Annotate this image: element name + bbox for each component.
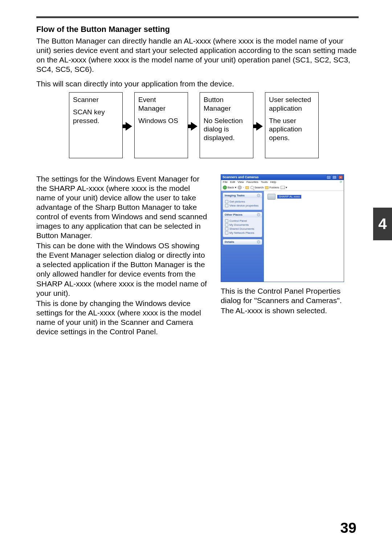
chevron-icon <box>257 194 260 197</box>
flow-diagram: Scanner SCAN key pressed. Event Manager … <box>69 92 359 165</box>
screenshot-caption: This is the Control Panel Properties dia… <box>221 286 344 305</box>
panel-item: My Documents <box>229 224 249 227</box>
menu-favorites: Favorites <box>246 181 258 184</box>
chapter-tab: 4 <box>373 208 392 240</box>
menu-file: File <box>223 181 228 184</box>
panel-item: Shared Documents <box>229 228 254 230</box>
flow-arrow-icon <box>256 122 263 131</box>
flow-arrow-icon <box>191 122 197 131</box>
folders-icon <box>265 186 269 189</box>
panel-imaging-tasks: Imaging Tasks Get pictures View device p… <box>223 193 262 210</box>
intro-paragraph-2: This will scan directly into your applic… <box>36 79 359 89</box>
section-divider <box>36 16 359 18</box>
body-paragraph: This can be done with the Windows OS sho… <box>36 241 211 298</box>
flow-box-button-manager: Button Manager No Selection dialog is di… <box>200 92 253 158</box>
place-icon <box>225 219 228 223</box>
toolbar-forward <box>238 185 242 189</box>
views-icon <box>281 186 285 189</box>
flow-box-text: Event Manager <box>138 96 166 112</box>
minimize-icon: _ <box>326 175 331 179</box>
toolbar-up <box>245 186 249 189</box>
go-icon: ⟳ <box>340 181 342 184</box>
task-icon <box>225 204 228 207</box>
panel-item: View device properties <box>229 204 258 207</box>
body-paragraph: This is done by changing the Windows dev… <box>36 299 211 336</box>
flow-box-text: Button Manager <box>204 96 231 112</box>
up-icon <box>245 186 249 189</box>
menu-edit: Edit <box>230 181 235 184</box>
flow-arrow-icon <box>126 122 132 131</box>
flow-box-user-app: User selected application The user appli… <box>265 92 319 158</box>
screenshot-scanners-and-cameras: Scanners and Cameras _ □ × File Edit Vie… <box>221 174 344 282</box>
menu-tools: Tools <box>261 181 268 184</box>
window-toolbar: Back ▾ · Search Folders ▾ <box>221 184 344 191</box>
menu-view: View <box>238 181 244 184</box>
flow-box-event-manager: Event Manager Windows OS <box>134 92 188 158</box>
flow-box-text: Scanner <box>73 96 99 103</box>
page-number: 39 <box>340 520 357 536</box>
panel-details: Details <box>223 239 262 245</box>
flow-box-text: SCAN key pressed. <box>73 108 105 125</box>
search-icon <box>250 186 254 189</box>
explorer-side-pane: Imaging Tasks Get pictures View device p… <box>221 191 264 282</box>
chevron-icon <box>257 213 260 216</box>
forward-icon <box>238 185 242 189</box>
place-icon <box>225 227 228 230</box>
toolbar-label: Search <box>254 186 264 189</box>
flow-box-text: Windows OS <box>138 117 178 125</box>
scanner-icon <box>268 194 275 200</box>
panel-title: Imaging Tasks <box>225 194 245 197</box>
panel-title: Details <box>225 241 234 244</box>
flow-box-text: No Selection dialog is displayed. <box>204 117 243 142</box>
panel-item: My Network Places <box>229 232 254 234</box>
panel-item: Control Panel <box>229 220 247 223</box>
section-heading: Flow of the Button Manager setting <box>36 25 359 34</box>
flow-box-scanner: Scanner SCAN key pressed. <box>69 92 123 158</box>
window-titlebar: Scanners and Cameras _ □ × <box>221 175 344 180</box>
device-label: SHARP AL-xxxx <box>277 195 301 199</box>
window-menubar: File Edit View Favorites Tools Help ⟳ <box>221 180 344 184</box>
maximize-icon: □ <box>332 175 337 179</box>
close-icon: × <box>338 175 343 179</box>
toolbar-back: Back ▾ <box>223 185 236 189</box>
toolbar-search: Search <box>250 186 264 189</box>
screenshot-caption: The AL-xxxx is shown selected. <box>221 306 344 315</box>
flow-box-text: The user application opens. <box>269 117 302 142</box>
device-item-selected: SHARP AL-xxxx <box>268 194 301 200</box>
place-icon <box>225 231 228 234</box>
flow-box-text: User selected application <box>269 96 311 112</box>
explorer-content-pane: SHARP AL-xxxx <box>264 191 344 282</box>
toolbar-views: ▾ <box>281 186 287 189</box>
window-title: Scanners and Cameras <box>222 176 259 179</box>
body-paragraph: The settings for the Windows Event Manag… <box>36 174 211 240</box>
place-icon <box>225 223 228 227</box>
menu-help: Help <box>270 181 276 184</box>
task-icon <box>225 200 228 203</box>
toolbar-folders: Folders <box>265 186 279 189</box>
panel-title: Other Places <box>225 213 242 216</box>
toolbar-label: Folders <box>269 186 279 189</box>
back-icon <box>223 185 227 189</box>
intro-paragraph-1: The Button Manager can directly handle a… <box>36 36 359 74</box>
panel-item: Get pictures <box>229 200 245 203</box>
panel-other-places: Other Places Control Panel My Documents … <box>223 212 262 237</box>
toolbar-label: Back <box>228 186 234 189</box>
chevron-icon <box>257 240 260 244</box>
window-controls: _ □ × <box>326 175 343 179</box>
